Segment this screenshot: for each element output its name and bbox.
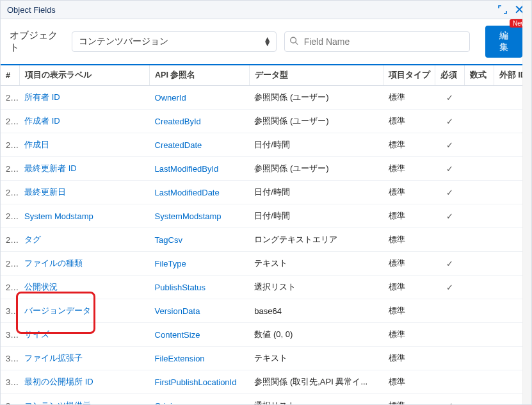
field-label-link[interactable]: 作成者 ID bbox=[24, 116, 60, 126]
field-api-link[interactable]: FileExtension bbox=[155, 354, 205, 363]
field-api-link[interactable]: LastModifiedDate bbox=[155, 188, 220, 197]
row-index: 23 bbox=[1, 133, 19, 157]
field-label-link[interactable]: 公開状況 bbox=[24, 282, 58, 292]
table-row[interactable]: 24最終更新者 IDLastModifiedById参照関係 (ユーザー)標準✓ bbox=[1, 157, 531, 181]
field-api-link[interactable]: Origin bbox=[155, 401, 177, 406]
field-type: 参照関係 (ユーザー) bbox=[249, 110, 383, 133]
row-index: 29 bbox=[1, 276, 19, 299]
table-row[interactable]: 33最初の公開場所 IDFirstPublishLocationId参照関係 (… bbox=[1, 370, 531, 394]
table-row[interactable]: 23作成日CreatedDate日付/時間標準✓ bbox=[1, 133, 531, 157]
table-row[interactable]: 32ファイル拡張子FileExtensionテキスト標準 bbox=[1, 347, 531, 370]
field-formula bbox=[465, 110, 494, 133]
field-formula bbox=[465, 133, 494, 157]
col-header-required[interactable]: 必須 bbox=[435, 65, 465, 86]
field-label-link[interactable]: ファイルの種類 bbox=[24, 258, 83, 268]
col-header-index[interactable]: # bbox=[1, 65, 19, 86]
row-index: 26 bbox=[1, 204, 19, 228]
col-header-type[interactable]: データ型 bbox=[249, 65, 383, 86]
field-type: 数値 (0, 0) bbox=[249, 323, 383, 347]
col-header-formula[interactable]: 数式 bbox=[465, 65, 494, 86]
field-label-link[interactable]: 最初の公開場所 ID bbox=[24, 377, 93, 386]
field-kind: 標準 bbox=[383, 370, 435, 394]
field-kind: 標準 bbox=[383, 110, 435, 133]
field-required bbox=[435, 347, 465, 370]
field-required: ✓ bbox=[435, 252, 465, 276]
col-header-kind[interactable]: 項目タイプ bbox=[383, 65, 435, 86]
field-api-link[interactable]: SystemModstamp bbox=[155, 211, 222, 221]
field-api-link[interactable]: OwnerId bbox=[155, 93, 186, 103]
field-type: 選択リスト bbox=[249, 276, 383, 299]
edit-button[interactable]: 編集 New bbox=[485, 26, 522, 58]
field-required: ✓ bbox=[435, 204, 465, 228]
field-label-link[interactable]: バージョンデータ bbox=[24, 306, 91, 315]
expand-icon[interactable] bbox=[497, 4, 508, 15]
table-row[interactable]: 26System ModstampSystemModstamp日付/時間標準✓ bbox=[1, 204, 531, 228]
check-icon: ✓ bbox=[446, 164, 453, 174]
table-row[interactable]: 22作成者 IDCreatedById参照関係 (ユーザー)標準✓ bbox=[1, 110, 531, 133]
field-type: 参照関係 (ユーザー) bbox=[249, 86, 383, 110]
row-index: 31 bbox=[1, 323, 19, 347]
field-required bbox=[435, 228, 465, 252]
table-row[interactable]: 34コンテンツ提供元Origin選択リスト標準✓ bbox=[1, 394, 531, 406]
table-row[interactable]: 30バージョンデータVersionDatabase64標準 bbox=[1, 299, 531, 323]
field-formula bbox=[465, 299, 494, 323]
field-type: 日付/時間 bbox=[249, 181, 383, 204]
object-label: オブジェクト bbox=[10, 29, 64, 54]
field-formula bbox=[465, 86, 494, 110]
field-required bbox=[435, 299, 465, 323]
field-required: ✓ bbox=[435, 133, 465, 157]
field-api-link[interactable]: CreatedDate bbox=[155, 140, 202, 150]
field-label-link[interactable]: サイズ bbox=[24, 329, 49, 339]
field-kind: 標準 bbox=[383, 276, 435, 299]
col-header-api[interactable]: API 参照名 bbox=[150, 65, 250, 86]
field-label-link[interactable]: 最終更新日 bbox=[24, 187, 66, 197]
check-icon: ✓ bbox=[446, 188, 453, 197]
field-formula bbox=[465, 181, 494, 204]
table-scroll[interactable]: # 項目の表示ラベル API 参照名 データ型 項目タイプ 必須 数式 外部 I… bbox=[1, 65, 531, 405]
field-type: 参照関係 (取引先,API 異常イ... bbox=[249, 370, 383, 394]
col-header-label[interactable]: 項目の表示ラベル bbox=[19, 65, 149, 86]
field-api-link[interactable]: CreatedById bbox=[155, 117, 201, 126]
field-api-link[interactable]: ContentSize bbox=[155, 330, 200, 340]
field-type: 日付/時間 bbox=[249, 133, 383, 157]
table-row[interactable]: 28ファイルの種類FileTypeテキスト標準✓ bbox=[1, 252, 531, 276]
field-label-link[interactable]: System Modstamp bbox=[24, 211, 93, 221]
field-formula bbox=[465, 394, 494, 406]
search-input[interactable] bbox=[284, 31, 470, 52]
field-formula bbox=[465, 347, 494, 370]
field-kind: 標準 bbox=[383, 181, 435, 204]
field-label-link[interactable]: タグ bbox=[24, 235, 41, 244]
field-kind: 標準 bbox=[383, 133, 435, 157]
field-api-link[interactable]: LastModifiedById bbox=[155, 164, 219, 174]
table-row[interactable]: 31サイズContentSize数値 (0, 0)標準 bbox=[1, 323, 531, 347]
object-select[interactable]: ▲▼ bbox=[72, 31, 277, 52]
field-api-link[interactable]: TagCsv bbox=[155, 235, 182, 245]
field-label-link[interactable]: 最終更新者 ID bbox=[24, 163, 77, 173]
table-row[interactable]: 21所有者 IDOwnerId参照関係 (ユーザー)標準✓ bbox=[1, 86, 531, 110]
field-type: ロングテキストエリア bbox=[249, 228, 383, 252]
field-api-link[interactable]: PublishStatus bbox=[155, 283, 206, 292]
field-label-link[interactable]: コンテンツ提供元 bbox=[24, 401, 91, 405]
row-index: 25 bbox=[1, 181, 19, 204]
field-formula bbox=[465, 204, 494, 228]
field-api-link[interactable]: FileType bbox=[155, 259, 186, 269]
field-kind: 標準 bbox=[383, 157, 435, 181]
field-label-link[interactable]: 所有者 ID bbox=[24, 92, 60, 102]
table-row[interactable]: 27タグTagCsvロングテキストエリア標準 bbox=[1, 228, 531, 252]
field-required: ✓ bbox=[435, 157, 465, 181]
scrollbar[interactable] bbox=[522, 1, 531, 404]
field-kind: 標準 bbox=[383, 394, 435, 406]
field-type: テキスト bbox=[249, 252, 383, 276]
check-icon: ✓ bbox=[446, 259, 453, 269]
field-api-link[interactable]: FirstPublishLocationId bbox=[155, 377, 237, 387]
field-label-link[interactable]: ファイル拡張子 bbox=[24, 353, 83, 363]
field-api-link[interactable]: VersionData bbox=[155, 306, 200, 316]
object-select-input[interactable] bbox=[72, 31, 277, 52]
field-type: 参照関係 (ユーザー) bbox=[249, 157, 383, 181]
field-formula bbox=[465, 252, 494, 276]
table-row[interactable]: 25最終更新日LastModifiedDate日付/時間標準✓ bbox=[1, 181, 531, 204]
search-icon bbox=[289, 37, 298, 47]
search-field[interactable] bbox=[284, 31, 470, 52]
table-row[interactable]: 29公開状況PublishStatus選択リスト標準✓ bbox=[1, 276, 531, 299]
field-label-link[interactable]: 作成日 bbox=[24, 140, 49, 149]
